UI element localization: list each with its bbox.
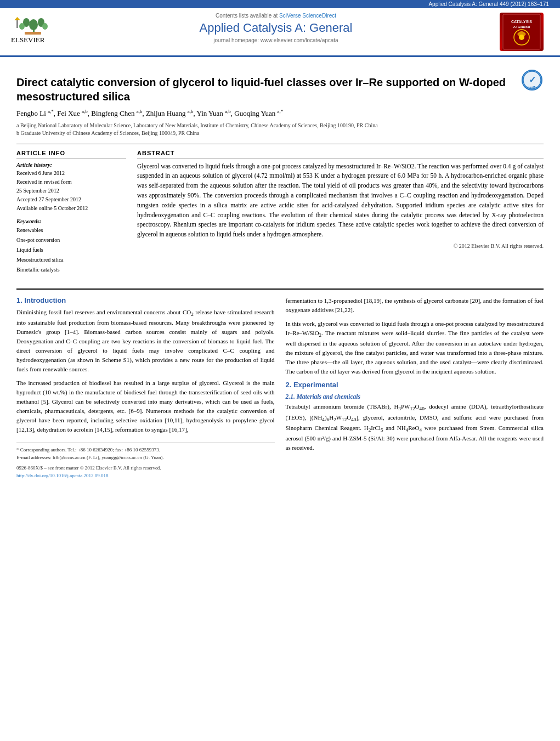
keyword-2: One-pot conversion [16,235,126,245]
svg-marker-8 [14,17,20,20]
materials-para: Tetrabutyl ammonium bromide (TBABr), H3P… [286,402,544,452]
journal-header: ELSEVIER Contents lists available at Sci… [0,8,560,51]
article-info-col: Article Info Article history: Received 6… [16,150,126,280]
received-date: Received 6 June 2012 [16,169,126,178]
keywords-label: Keywords: [16,218,126,224]
accepted-date: Accepted 27 September 2012 [16,195,126,204]
svg-text:✓: ✓ [529,75,536,84]
authors: Fengbo Li a,*, Fei Xue a,b, Bingfeng Che… [16,108,544,119]
article-title: Direct catalytic conversion of glycerol … [16,75,516,104]
intro-para-4: In this work, glycerol was converted to … [286,319,544,377]
svg-rect-6 [25,32,41,35]
date-received: Received 6 June 2012 Received in revised… [16,169,126,213]
affiliation-a: a Beijing National Laboratory of Molecul… [16,122,544,129]
keywords-list: Renewables One-pot conversion Liquid fue… [16,225,126,275]
abstract-text: Glycerol was converted to liquid fuels t… [137,162,544,240]
article-info-heading: Article Info [16,150,126,159]
received-revised-label: Received in revised form [16,178,126,186]
journal-header-center: Contents lists available at SciVerse Sci… [58,13,494,43]
body-col-right: fermentation to 1,3-propanediol [18,19],… [286,296,544,480]
body-col-left: 1. Introduction Diminishing fossil fuel … [16,296,275,480]
section1-title: 1. Introduction [16,296,275,304]
svg-point-1 [29,19,38,30]
affiliations: a Beijing National Laboratory of Molecul… [16,122,544,137]
subsection21-title: 2.1. Materials and chemicals [286,393,544,400]
svg-text:CrossMark: CrossMark [525,86,539,89]
doi-link[interactable]: http://dx.doi.org/10.1016/j.apcata.2012.… [16,473,109,478]
svg-point-4 [19,23,25,30]
sciverse-link[interactable]: SciVerse ScienceDirect [279,13,336,19]
elsevier-wordmark: ELSEVIER [11,36,44,44]
info-abstract-area: Article Info Article history: Received 6… [16,150,544,280]
intro-para-1: Diminishing fossil fuel reserves and env… [16,308,275,375]
abstract-heading: Abstract [137,150,544,159]
svg-point-5 [42,23,48,30]
article-history: Article history: Received 6 June 2012 Re… [16,162,126,213]
intro-para-2: The increased production of biodiesel ha… [16,378,275,434]
authors-text: Fengbo Li a,*, Fei Xue a,b, Bingfeng Che… [16,109,283,117]
intro-para-3: fermentation to 1,3-propanediol [18,19],… [286,296,544,315]
article-content: Direct catalytic conversion of glycerol … [0,61,560,485]
elsevier-logo: ELSEVIER [11,13,58,44]
abstract-copyright: © 2012 Elsevier B.V. All rights reserved… [137,243,544,249]
homepage-label: journal homepage: www.elsevier.com/locat… [213,37,338,43]
received-revised-date: 25 September 2012 [16,186,126,195]
issn-text: 0926-860X/$ – see front matter © 2012 El… [16,465,161,471]
available-date: Available online 5 October 2012 [16,204,126,213]
crossmark-area: ✓ CrossMark [522,70,544,92]
catalysis-logo-area: CATALYSIS A: General [494,13,549,51]
section-divider-1 [16,144,544,144]
keyword-3: Liquid fuels [16,245,126,255]
footnotes: * Corresponding authors. Tel.: +86 10 62… [16,443,275,479]
history-label: Article history: [16,162,126,168]
sciverse-label: Contents lists available at SciVerse Sci… [63,13,489,19]
header-divider [0,55,560,57]
keyword-4: Mesostructured silica [16,255,126,265]
journal-homepage: journal homepage: www.elsevier.com/locat… [63,37,489,43]
article-citation-bar: Applied Catalysis A: General 449 (2012) … [0,0,560,8]
keywords-section: Keywords: Renewables One-pot conversion … [16,218,126,275]
body-content: 1. Introduction Diminishing fossil fuel … [16,296,544,480]
keyword-1: Renewables [16,225,126,235]
footnote-emails: E-mail addresses: lifb@iccas.ac.cn (F. L… [16,454,275,462]
keyword-5: Bimetallic catalysts [16,265,126,275]
svg-text:A: General: A: General [513,25,530,29]
svg-point-14 [519,35,524,40]
abstract-col: Abstract Glycerol was converted to liqui… [137,150,544,280]
article-title-area: Direct catalytic conversion of glycerol … [16,67,544,108]
page: Applied Catalysis A: General 449 (2012) … [0,0,560,741]
footer-issn: 0926-860X/$ – see front matter © 2012 El… [16,465,275,472]
crossmark-icon[interactable]: ✓ CrossMark [522,70,542,90]
journal-title: Applied Catalysis A: General [63,21,489,35]
footer-doi: http://dx.doi.org/10.1016/j.apcata.2012.… [16,472,275,480]
catalysis-journal-logo: CATALYSIS A: General [500,13,544,51]
affiliation-b: b Graduate University of Chinese Academy… [16,129,544,137]
footnote-corresponding: * Corresponding authors. Tel.: +86 10 62… [16,446,275,454]
section2-title: 2. Experimental [286,381,544,389]
elsevier-tree-icon [11,13,58,36]
body-divider [16,289,544,290]
article-citation: Applied Catalysis A: General 449 (2012) … [428,1,549,7]
svg-text:CATALYSIS: CATALYSIS [511,20,532,24]
